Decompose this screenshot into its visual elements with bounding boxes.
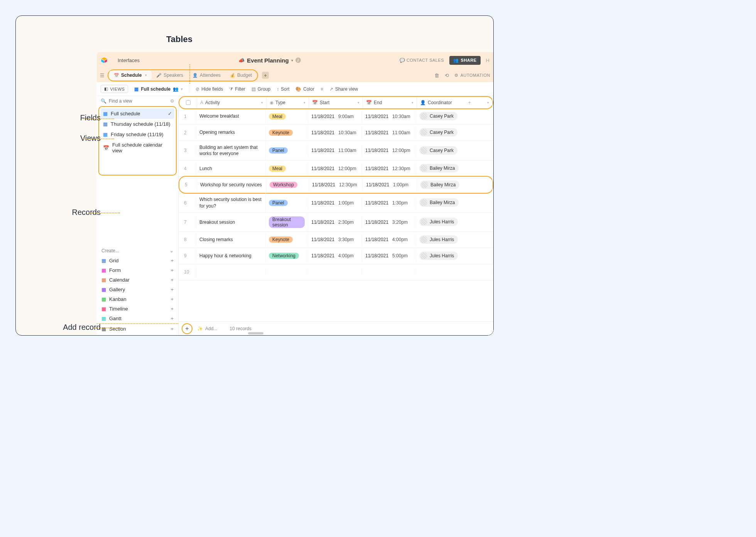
cell-end[interactable]: 11/18/202110:30am [362, 110, 416, 123]
create-view-timeline[interactable]: ▦Timeline+ [101, 304, 174, 314]
table-row[interactable]: 7 Breakout session Breakout session 11/1… [179, 213, 493, 232]
cell-activity[interactable]: Building an alert system that works for … [196, 141, 266, 160]
cell-activity[interactable]: Breakout session [196, 216, 266, 229]
cell-type[interactable]: Networking [266, 249, 308, 262]
table-tab-schedule[interactable]: 📅Schedule▾ [109, 71, 152, 80]
cell-activity[interactable]: Opening remarks [196, 126, 266, 139]
cell-coordinator[interactable]: Jules Harris [416, 232, 493, 248]
cell-type[interactable]: Panel [266, 144, 308, 157]
hide-fields-button[interactable]: ⊘Hide fields [196, 86, 223, 92]
column-header-type[interactable]: ◉Type▾ [267, 97, 309, 108]
column-header-start[interactable]: 📅Start▾ [309, 97, 363, 108]
cell-coordinator[interactable]: Casey Park [416, 108, 493, 124]
table-row[interactable]: 3 Building an alert system that works fo… [179, 141, 493, 160]
table-row[interactable]: 9 Happy hour & networking Networking 11/… [179, 248, 493, 264]
automation-button[interactable]: ⚙ AUTOMATION [454, 73, 490, 78]
cell-end[interactable]: 11/18/20211:30pm [362, 197, 416, 209]
table-tab-attendees[interactable]: 👤Attendees [188, 71, 225, 80]
table-row[interactable]: 5 Workshop for security novices Workshop… [179, 177, 493, 193]
create-view-form[interactable]: ▦Form+ [101, 265, 174, 275]
column-header-activity[interactable]: AActivity▾ [197, 97, 267, 108]
create-view-kanban[interactable]: ▦Kanban+ [101, 294, 174, 304]
create-view-calendar[interactable]: ▦Calendar+ [101, 275, 174, 285]
cell-start[interactable]: 11/18/202110:30am [308, 127, 362, 139]
column-header-coordinator[interactable]: 👤Coordinator+▾ [417, 97, 493, 108]
cell-type[interactable]: Meal [266, 162, 308, 175]
airtable-logo-icon[interactable] [101, 57, 108, 64]
add-record-button[interactable]: + [182, 323, 192, 334]
cell-activity[interactable] [196, 268, 266, 275]
cell-type[interactable]: Keynote [266, 126, 308, 139]
cell-coordinator[interactable]: Casey Park [416, 143, 493, 159]
find-view-input[interactable] [109, 98, 170, 104]
cell-coordinator[interactable]: Bailey Mirza [416, 160, 493, 176]
cell-type[interactable]: Panel [266, 196, 308, 209]
cell-end[interactable]: 11/18/20211:00pm [363, 179, 417, 191]
table-row[interactable]: 10 [179, 264, 493, 280]
cell-type[interactable]: Keynote [266, 233, 308, 246]
add-table-button[interactable]: + [262, 72, 269, 79]
table-row[interactable]: 1 Welcome breakfast Meal 11/18/20219:00a… [179, 108, 493, 125]
cell-start[interactable]: 11/18/20211:00pm [308, 197, 362, 209]
cell-start[interactable]: 11/18/20212:30pm [308, 216, 362, 228]
cell-end[interactable]: 11/18/202112:30pm [362, 162, 416, 175]
create-view-section-header[interactable]: Create... ⌄ [101, 246, 174, 256]
cell-end[interactable] [362, 268, 416, 275]
trash-icon[interactable]: 🗑 [434, 73, 439, 78]
cell-activity[interactable]: Lunch [196, 162, 266, 175]
share-button[interactable]: 👥 SHARE [449, 56, 481, 65]
view-item[interactable]: 📅Full schedule calendar view [101, 140, 174, 156]
table-tab-budget[interactable]: 💰Budget [225, 71, 256, 80]
table-row[interactable]: 6 Which security solution is best for yo… [179, 193, 493, 213]
color-button[interactable]: 🎨Color [295, 86, 314, 92]
view-item[interactable]: ▦Thursday schedule (11/18) [101, 119, 174, 129]
share-view-button[interactable]: ↗Share view [329, 86, 358, 92]
cell-end[interactable]: 11/18/202111:00am [362, 127, 416, 139]
cell-start[interactable]: 11/18/20219:00am [308, 110, 362, 123]
sort-button[interactable]: ↕Sort [277, 86, 289, 92]
cell-activity[interactable]: Welcome breakfast [196, 110, 266, 123]
cell-start[interactable]: 11/18/20214:00pm [308, 250, 362, 262]
create-view-grid[interactable]: ▦Grid+ [101, 256, 174, 265]
views-toggle-button[interactable]: ◧ VIEWS [101, 85, 128, 93]
contact-sales-link[interactable]: 💬 CONTACT SALES [400, 58, 444, 63]
cell-type[interactable] [266, 268, 308, 275]
cell-start[interactable] [308, 268, 362, 275]
cell-activity[interactable]: Which security solution is best for you? [196, 193, 266, 212]
cell-end[interactable]: 11/18/202112:00pm [362, 144, 416, 157]
cell-type[interactable]: Breakout session [266, 213, 308, 231]
gear-icon[interactable]: ⚙ [170, 98, 174, 104]
create-view-gallery[interactable]: ▦Gallery+ [101, 285, 174, 294]
cell-activity[interactable]: Happy hour & networking [196, 249, 266, 262]
cell-end[interactable]: 11/18/20214:00pm [362, 233, 416, 246]
create-view-section[interactable]: ▦Section+ [101, 324, 174, 334]
cell-end[interactable]: 11/18/20215:00pm [362, 250, 416, 262]
add-field-button[interactable]: + [468, 100, 471, 105]
cell-activity[interactable]: Workshop for security novices [197, 178, 267, 191]
chevron-down-icon[interactable]: ▾ [291, 58, 293, 62]
cell-start[interactable]: 11/18/20213:30pm [308, 233, 362, 246]
cell-start[interactable]: 11/18/202111:00am [308, 144, 362, 157]
cell-coordinator[interactable]: Jules Harris [416, 248, 493, 264]
add-record-ai-button[interactable]: ✨ Add... [197, 326, 217, 331]
table-row[interactable]: 2 Opening remarks Keynote 11/18/202110:3… [179, 125, 493, 141]
hamburger-icon[interactable]: ☰ [100, 73, 105, 78]
history-icon[interactable]: ⟲ [445, 73, 449, 78]
select-all-checkbox[interactable] [179, 97, 197, 108]
cell-coordinator[interactable]: Bailey Mirza [416, 195, 493, 211]
view-item[interactable]: ▦Full schedule✓ [101, 108, 174, 119]
cell-coordinator[interactable]: Bailey Mirza [417, 177, 493, 193]
cell-start[interactable]: 11/18/202112:00pm [308, 162, 362, 175]
table-row[interactable]: 4 Lunch Meal 11/18/202112:00pm 11/18/202… [179, 160, 493, 177]
cell-start[interactable]: 11/18/202112:30pm [309, 179, 363, 191]
group-button[interactable]: ▤Group [251, 86, 270, 92]
horizontal-scrollbar[interactable] [248, 332, 263, 334]
cell-coordinator[interactable]: Casey Park [416, 125, 493, 140]
interfaces-link[interactable]: Interfaces [118, 57, 140, 63]
table-row[interactable]: 8 Closing remarks Keynote 11/18/20213:30… [179, 232, 493, 248]
filter-button[interactable]: ⧩Filter [229, 86, 245, 92]
app-name[interactable]: Event Planning [247, 57, 289, 64]
create-view-gantt[interactable]: ▦Gantt+ [101, 314, 174, 323]
cell-type[interactable]: Meal [266, 110, 308, 123]
view-item[interactable]: ▦Friday schedule (11/19) [101, 129, 174, 140]
